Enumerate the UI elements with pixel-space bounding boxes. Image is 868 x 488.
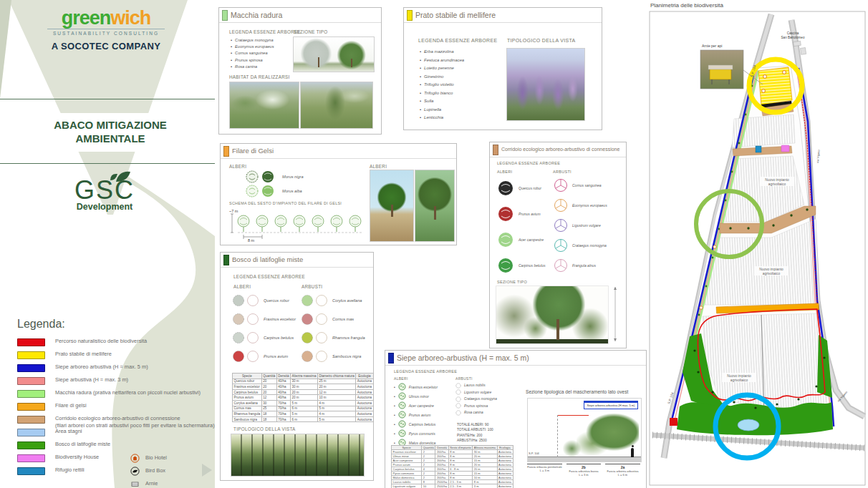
species-row: Carpinus betulus — [497, 253, 546, 278]
species-item: •Festuca arundinacea — [420, 58, 464, 62]
legend-swatch — [17, 454, 45, 462]
arbusti-list: Corylus avellana Cornus mas Rhamnu — [301, 291, 365, 366]
species-row: • Acer campestre — [394, 401, 438, 410]
logo-divider — [47, 29, 165, 29]
panel-bosco-latifoglie: Bosco di latifoglie miste LEGENDA ESSENZ… — [220, 252, 374, 481]
table-row: Quercus robur2040/ha 30 m25 mAutoctona — [233, 379, 374, 384]
legend-label: Biodiversity House — [55, 454, 99, 461]
legend-label: Rifugio rettili — [55, 467, 85, 474]
legend-label: Area stagni — [55, 428, 82, 435]
species-table: SpecieQuantità DensitàAltezza massima Di… — [232, 373, 374, 422]
tree-symbol — [398, 383, 406, 391]
species-row: Ligustrum vulgare — [553, 215, 607, 235]
arbusti-heading: ARBUSTI — [302, 284, 322, 289]
species-row: Rosa canina — [455, 409, 497, 416]
shrub-symbol — [455, 396, 461, 402]
shrub-symbol — [455, 389, 461, 395]
legend-item-arnie: Arnie — [130, 477, 167, 488]
shrub-symbol — [301, 350, 328, 363]
legend-swatch — [17, 441, 45, 449]
alberi-list: • Fraxinus excelsior • Ulmus minor — [394, 382, 438, 447]
panel-tab — [223, 255, 229, 265]
legend-item: Bosco di latifoglie miste — [17, 441, 212, 454]
tree-symbol — [398, 411, 406, 419]
panel-tab — [388, 353, 394, 363]
shrub-symbol — [553, 177, 569, 193]
tree-symbol — [398, 401, 406, 409]
species-row: • Carpinus betulus — [394, 419, 438, 429]
legend-label: Macchia radura (prativa nettarifera con … — [55, 389, 201, 396]
table-row: Cornus mas2570/ha 6 m5 mAutoctona — [233, 406, 374, 411]
legend-label: Siepe arbustiva (H = max. 3 m) — [55, 376, 128, 384]
tree-shrub-mass — [577, 411, 639, 457]
alberi-heading: ALBERI — [394, 376, 408, 381]
section-brackets: Fascia erbacea perimetrale L = 3 m 2b Fa… — [527, 464, 640, 477]
species-item: •Crataegus monogyna — [231, 38, 274, 42]
total-line: TOTALE ALBERI: 90 — [457, 422, 493, 427]
page-title-line1: ABACO MITIGAZIONE — [27, 119, 193, 132]
legend-swatch — [17, 403, 45, 411]
arbusti-heading: ARBUSTI — [553, 170, 572, 174]
legend-heading: LEGENDA ESSENZE ARBOREE — [233, 274, 305, 279]
panel-title: Siepe arboreo-arbustiva (H = max. 5 m) — [397, 353, 529, 362]
legend-heading: LEGENDA ESSENZE ARBOREE — [418, 38, 497, 43]
tree-photo-2 — [415, 170, 455, 242]
species-row: Corylus avellana — [301, 291, 365, 310]
alberi-list: Quercus robur Prunus avium Acer ca — [497, 175, 546, 278]
habitat-heading: HABITAT DA REALIZZARSI — [229, 74, 290, 79]
legend-heading: LEGENDA ESSENZE ARBOREE — [394, 369, 457, 374]
section-sketch-image — [293, 36, 375, 72]
panel-tab — [223, 146, 229, 157]
bird-box-icon — [130, 467, 140, 476]
panel-prato-mellifere: Prato stabile di mellifere LEGENDA ESSEN… — [403, 7, 602, 130]
species-item: •Cornus sanguinea — [231, 51, 274, 55]
table-row: Carpinus betulus2040/ha 20 m12 mAutocton… — [233, 389, 374, 395]
tree-symbol — [497, 257, 514, 274]
panel-siepe-arboreo-arbustiva: Siepe arboreo-arbustiva (H = max. 5 m) L… — [385, 350, 647, 488]
species-row: • Fraxinus excelsior — [394, 382, 438, 391]
legend-swatch — [17, 351, 45, 359]
legend-item: Siepe arbustiva (H = max. 3 m) — [17, 376, 212, 389]
photos-heading: ALBERI — [370, 164, 387, 169]
table-row: Sambucus nigra1870/ha 6 m5 mAutoctona — [233, 416, 374, 422]
legend-label: Siepe arboreo arbustiva (H = max. 5 m) — [55, 363, 148, 371]
legend-item: Biodiversity House — [17, 454, 212, 467]
legend-label: Corridoio ecologico arboreo-arbustivo di… — [55, 415, 215, 429]
total-line: TOTALE ARBUSTI: 100 — [457, 427, 493, 432]
arbusti-list: Laurus nobilis Ligustrum vulgare Crataeg… — [455, 382, 497, 416]
legend-item-bird-box: Bird Box — [130, 464, 167, 477]
legend-item: Percorso naturalistico delle biodiversit… — [17, 338, 212, 351]
panel-title: Corridoio ecologico arboreo-arbustivo di… — [501, 147, 619, 152]
species-row: Prunus spinosa — [455, 403, 497, 410]
species-row: Crataegus monogyna — [455, 396, 497, 403]
section-tree-image — [496, 286, 609, 344]
species-row: Fraxinus excelsior — [232, 310, 296, 328]
svg-text:Nuovo impianto: Nuovo impianto — [765, 178, 789, 182]
page-title: ABACO MITIGAZIONE AMBIENTALE — [24, 113, 196, 152]
legend-label: Prato stabile di mellifere — [55, 351, 112, 358]
legend-item: Prato stabile di mellifere — [17, 351, 212, 363]
divider-line — [0, 163, 215, 164]
totals-block: TOTALE ALBERI: 90TOTALE ARBUSTI: 100PIAN… — [457, 422, 493, 444]
table-row: Prunus avium1240/ha 20 m10 mAutoctona — [233, 395, 374, 401]
species-row: Quercus robur — [232, 291, 296, 310]
shrub-symbol — [553, 258, 569, 273]
leaf-icon — [106, 167, 135, 183]
socotec-company-text: A SOCOTEC COMPANY — [42, 41, 170, 52]
table-row: Ligustrum vulgare102500/ha 2,5 - 3 m3 mA… — [392, 484, 513, 488]
legend-label: Bosco di latifoglie miste — [55, 441, 110, 448]
logo-green-text: green — [62, 7, 111, 29]
arnie-label: Arnie per api — [702, 44, 722, 48]
panel-macchia-radura: Macchia radura LEGENDA ESSENZE ARBOREE •… — [218, 7, 382, 135]
logo-subtitle: SUSTAINABILITY CONSULTING — [42, 31, 170, 36]
legend: Legenda: Percorso naturalistico delle bi… — [17, 318, 212, 479]
alberi-heading: ALBERI — [229, 164, 246, 169]
panel-title: Macchia radura — [231, 11, 282, 19]
tree-symbol — [398, 392, 406, 400]
total-line: PIANTE/Ha: 200 — [457, 433, 493, 438]
species-row: Acer campestre — [497, 227, 546, 253]
pond-area-stagni — [738, 419, 759, 431]
rifugio-rettili-marker — [756, 146, 761, 152]
legend-label: Percorso naturalistico delle biodiversit… — [55, 338, 147, 345]
human-figure — [631, 448, 634, 457]
